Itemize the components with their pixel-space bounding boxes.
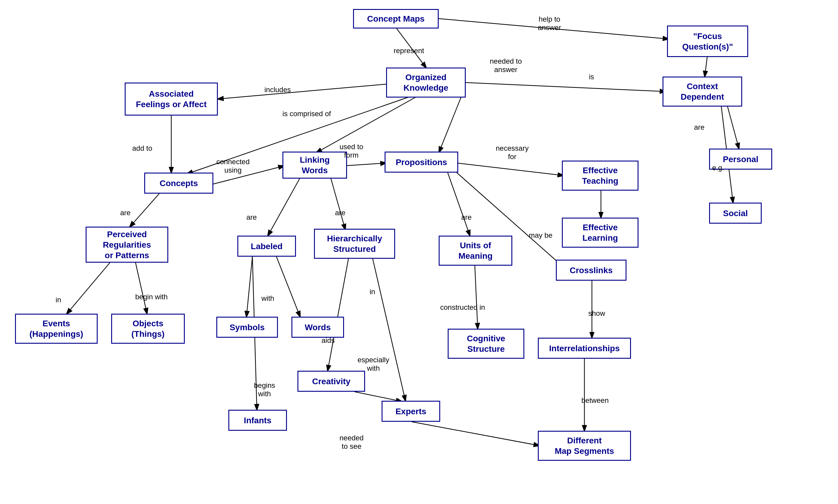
node-effective-teaching: Effective Teaching [562, 161, 638, 191]
svg-line-31 [412, 422, 540, 446]
node-associated-feelings: Associated Feelings or Affect [125, 83, 218, 115]
node-labeled: Labeled [237, 236, 296, 257]
node-words: Words [291, 317, 344, 338]
node-cognitive-structure: Cognitive Structure [448, 329, 524, 359]
label-add-to: add to [132, 144, 152, 152]
node-propositions: Propositions [384, 151, 458, 173]
label-is-comprised-of: is comprised of [283, 110, 331, 118]
label-between: between [581, 396, 609, 404]
node-concepts: Concepts [144, 173, 213, 194]
label-show: show [588, 309, 605, 318]
label-are-perceived: are [120, 209, 131, 217]
node-effective-learning: Effective Learning [562, 218, 638, 248]
svg-line-10 [345, 163, 387, 166]
label-with: with [261, 294, 274, 303]
label-constructed-in: constructed in [440, 303, 485, 311]
label-may-be: may be [529, 231, 552, 239]
label-are-hierarchical: are [335, 209, 345, 217]
svg-line-13 [727, 105, 739, 149]
label-needed-to-answer: needed toanswer [490, 57, 522, 74]
svg-line-23 [276, 257, 301, 318]
svg-line-3 [466, 83, 666, 92]
label-includes: includes [264, 86, 291, 94]
node-concept-maps: Concept Maps [353, 9, 439, 29]
label-are-context: are [694, 123, 705, 131]
node-creativity: Creativity [297, 371, 365, 392]
node-symbols: Symbols [216, 317, 278, 338]
svg-line-17 [330, 177, 345, 231]
node-interrelationships: Interrelationships [538, 338, 631, 359]
label-is: is [589, 73, 594, 81]
node-linking-words: Linking Words [283, 151, 347, 179]
label-needed-to-see: neededto see [340, 434, 363, 451]
label-begin-with: begin with [135, 293, 168, 301]
svg-line-28 [355, 392, 403, 402]
label-especially-with: especiallywith [358, 356, 389, 373]
svg-line-15 [129, 194, 159, 228]
svg-line-4 [705, 54, 707, 77]
svg-line-2 [217, 84, 388, 99]
svg-line-29 [373, 258, 406, 402]
svg-line-7 [439, 93, 463, 153]
label-begins-with: beginswith [254, 381, 275, 398]
svg-line-6 [315, 96, 418, 153]
label-are-units: are [461, 213, 472, 221]
label-in-hierarchical: in [370, 288, 375, 296]
svg-line-18 [448, 173, 470, 236]
label-necessary-for: necessaryfor [496, 144, 529, 161]
node-focus-questions: "Focus Question(s)" [667, 25, 748, 57]
svg-line-22 [246, 257, 252, 318]
svg-line-21 [135, 261, 147, 314]
label-eg: e.g. [712, 164, 724, 172]
node-hierarchically-structured: Hierarchically Structured [314, 229, 395, 259]
label-are-labeled: are [246, 213, 257, 221]
svg-line-11 [457, 163, 564, 176]
label-represent: represent [394, 47, 424, 55]
label-connected-using: connectedusing [216, 158, 250, 175]
label-help-answer: help toanswer [538, 15, 561, 32]
node-crosslinks: Crosslinks [556, 260, 627, 281]
label-in-events: in [56, 296, 61, 304]
svg-line-24 [327, 258, 348, 372]
node-different-map-segments: Different Map Segments [538, 431, 631, 461]
label-aids: aids [322, 336, 335, 345]
svg-line-25 [475, 264, 478, 329]
node-experts: Experts [381, 401, 440, 422]
node-social: Social [709, 203, 762, 223]
node-objects: Objects (Things) [111, 314, 185, 344]
svg-line-20 [66, 261, 111, 314]
node-units-of-meaning: Units of Meaning [439, 236, 512, 266]
node-organized-knowledge: Organized Knowledge [386, 68, 466, 97]
node-infants: Infants [228, 410, 287, 431]
node-context-dependent: Context Dependent [663, 76, 742, 107]
label-used-to-form: used toform [340, 143, 363, 159]
node-events: Events (Happenings) [15, 314, 98, 344]
svg-line-16 [268, 177, 301, 236]
node-perceived-regularities: Perceived Regularities or Patterns [86, 227, 168, 263]
